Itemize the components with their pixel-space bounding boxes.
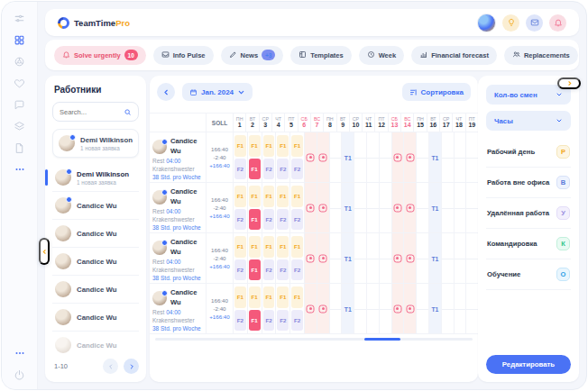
legend-item[interactable]: КомандировкаК [486, 229, 571, 259]
back-button[interactable] [157, 83, 175, 101]
shift-chip[interactable]: F1 [234, 186, 246, 207]
day-cell-empty[interactable] [354, 233, 366, 283]
day-cell-off[interactable] [403, 183, 416, 232]
day-cell-empty[interactable] [465, 183, 478, 232]
edit-button[interactable]: Редактировать [486, 355, 571, 374]
day-cell-empty[interactable] [329, 284, 342, 333]
worker-list-item[interactable]: Candice Wu [52, 192, 139, 220]
day-cell-empty[interactable] [454, 132, 466, 182]
legend-item[interactable]: Работа вне офисаВ [486, 168, 571, 198]
day-header[interactable]: ПН15 [413, 114, 426, 132]
shift-chip[interactable]: F1 [291, 236, 303, 258]
chip-news[interactable]: News+3 [221, 46, 284, 65]
employee-cell[interactable]: Candice WuRest 04:00Krakenshwester38 Std… [150, 183, 206, 232]
shift-chip[interactable]: F2 [291, 159, 303, 180]
day-header[interactable]: СР3 [259, 114, 271, 132]
shift-chip[interactable]: F2 [234, 209, 246, 231]
shift-chip[interactable]: F2 [277, 310, 289, 332]
shift-chip[interactable]: F1 [291, 186, 303, 207]
day-header[interactable]: СБ6 [298, 114, 310, 132]
shift-chip[interactable]: F1 [277, 135, 289, 157]
day-cell-t1[interactable]: T1 [428, 233, 441, 283]
day-cell-empty[interactable] [441, 233, 454, 283]
search-input[interactable] [60, 108, 120, 116]
shift-chip[interactable]: F2 [263, 259, 275, 281]
day-cell-off[interactable] [304, 284, 317, 333]
day-cell-empty[interactable] [441, 183, 454, 232]
day-header[interactable]: СБ13 [388, 114, 400, 132]
day-cell-empty[interactable] [366, 132, 379, 182]
shift-chip[interactable]: F1 [263, 135, 275, 157]
day-cell-shift[interactable]: F1F2 [289, 132, 304, 182]
shift-chip[interactable]: F1 [249, 209, 261, 231]
shift-chip[interactable]: F1 [249, 286, 261, 308]
shift-chip[interactable]: F1 [234, 286, 246, 308]
day-cell-shift[interactable]: F1F2 [233, 183, 247, 232]
day-cell-empty[interactable] [465, 233, 478, 283]
day-cell-off[interactable] [403, 233, 416, 283]
shift-chip[interactable]: F1 [277, 286, 289, 308]
legend-item[interactable]: Рабочий деньР [486, 137, 571, 168]
day-cell-shift[interactable]: F1F2 [233, 233, 247, 283]
day-cell-empty[interactable] [454, 233, 466, 283]
user-avatar[interactable] [477, 14, 496, 32]
day-header[interactable]: ЧТ11 [362, 114, 374, 132]
day-cell-shift[interactable]: F1F2 [262, 233, 276, 283]
day-cell-empty[interactable] [416, 284, 428, 333]
legend-item[interactable]: Удалённая работаУ [486, 198, 571, 229]
shift-chip[interactable]: F2 [277, 259, 289, 281]
day-cell-empty[interactable] [366, 183, 379, 232]
notifications-button[interactable] [549, 14, 566, 32]
shift-chip[interactable]: F1 [249, 236, 261, 258]
worker-list-item[interactable]: Demi Wilkinson1 новая заявка [52, 164, 139, 192]
chip-replacements[interactable]: Replacements [504, 46, 578, 65]
shift-chip[interactable]: F2 [291, 209, 303, 231]
shift-chip[interactable]: F1 [234, 236, 246, 258]
globe-icon[interactable] [13, 54, 27, 68]
shift-chip[interactable]: F1 [249, 159, 261, 180]
day-header[interactable]: ЧТ18 [452, 114, 464, 132]
day-cell-empty[interactable] [366, 284, 379, 333]
day-cell-empty[interactable] [416, 233, 428, 283]
day-header[interactable]: СР17 [439, 114, 452, 132]
legend-item[interactable]: ОбучениеО [486, 259, 571, 290]
day-cell-shift[interactable]: F1F2 [262, 132, 276, 182]
worker-list-item[interactable]: Candice Wu [52, 220, 139, 248]
day-header[interactable]: ВТ9 [336, 114, 349, 132]
day-cell-off[interactable] [317, 183, 329, 232]
shift-chip[interactable]: F1 [263, 186, 275, 207]
brand-logo[interactable]: TeamTimePro [58, 17, 130, 29]
day-cell-empty[interactable] [379, 233, 391, 283]
mail-button[interactable] [526, 14, 543, 32]
day-cell-shift[interactable]: F1F2 [275, 183, 289, 232]
day-header[interactable]: ВТ2 [245, 114, 258, 132]
day-cell-t1[interactable]: T1 [341, 233, 354, 283]
day-cell-empty[interactable] [354, 284, 366, 333]
day-cell-empty[interactable] [465, 284, 478, 333]
day-cell-empty[interactable] [329, 183, 342, 232]
sliders-icon[interactable] [13, 11, 27, 25]
day-cell-off[interactable] [403, 284, 416, 333]
shift-chip[interactable]: F1 [291, 286, 303, 308]
chip-templates[interactable]: Templates [290, 46, 352, 65]
shift-chip[interactable]: F1 [234, 135, 246, 157]
pagination-prev-button[interactable] [103, 359, 118, 374]
day-cell-empty[interactable] [454, 183, 466, 232]
worker-list-item[interactable]: Candice Wu [52, 248, 139, 276]
shift-chip[interactable]: F2 [234, 259, 246, 281]
day-cell-empty[interactable] [465, 132, 478, 182]
shift-chip[interactable]: F1 [277, 186, 289, 207]
day-cell-t1[interactable]: T1 [341, 284, 354, 333]
day-cell-off[interactable] [317, 233, 329, 283]
day-cell-t1[interactable]: T1 [428, 183, 441, 232]
month-selector[interactable]: Jan. 2024 [182, 83, 253, 101]
day-cell-empty[interactable] [366, 233, 379, 283]
day-cell-empty[interactable] [441, 132, 454, 182]
day-header[interactable]: ВС14 [400, 114, 413, 132]
shift-chip[interactable]: F1 [291, 135, 303, 157]
shift-chip[interactable]: F1 [277, 236, 289, 258]
day-header[interactable]: ПТ12 [374, 114, 387, 132]
day-cell-off[interactable] [391, 233, 404, 283]
day-cell-shift[interactable]: F1F2 [289, 284, 304, 333]
day-header[interactable]: СР10 [349, 114, 362, 132]
